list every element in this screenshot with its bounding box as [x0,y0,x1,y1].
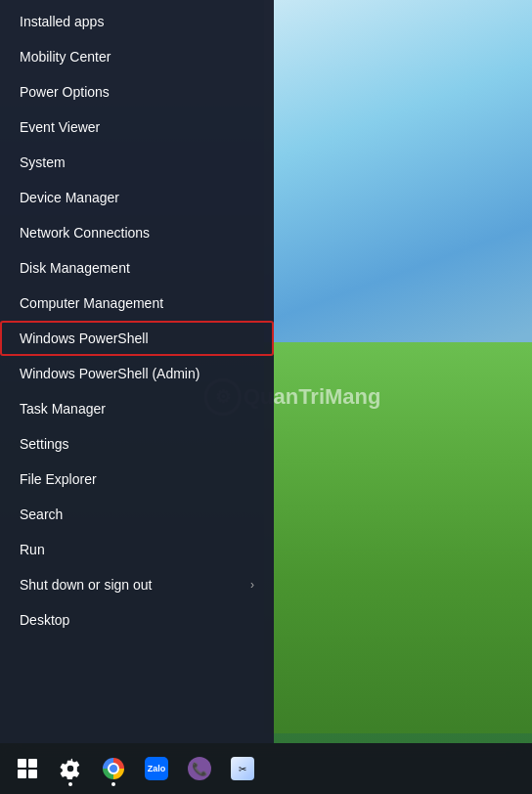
menu-item-label-installed-apps: Installed apps [20,14,104,29]
menu-item-label-system: System [20,154,66,170]
taskbar-chrome-dot [111,782,115,786]
menu-item-windows-powershell[interactable]: Windows PowerShell [0,321,274,356]
menu-item-label-power-options: Power Options [20,84,110,100]
zalo-logo-icon: Zalo [145,757,168,780]
menu-item-label-disk-management: Disk Management [20,260,130,276]
menu-item-label-windows-powershell: Windows PowerShell [20,331,149,346]
menu-item-network-connections[interactable]: Network Connections [0,215,274,250]
menu-item-run[interactable]: Run [0,532,274,567]
menu-item-device-manager[interactable]: Device Manager [0,180,274,215]
menu-item-settings[interactable]: Settings [0,426,274,462]
menu-item-label-computer-management: Computer Management [20,295,163,311]
menu-item-installed-apps[interactable]: Installed apps [0,4,274,39]
menu-item-label-shut-down: Shut down or sign out [20,577,152,593]
menu-item-label-task-manager: Task Manager [20,401,106,417]
taskbar-zalo-icon[interactable]: Zalo [137,749,176,788]
menu-item-label-device-manager: Device Manager [20,190,119,205]
windows-logo-icon [18,759,37,778]
menu-item-label-settings: Settings [20,436,69,452]
taskbar-settings-icon[interactable] [51,749,90,788]
menu-item-search[interactable]: Search [0,497,274,532]
menu-item-label-file-explorer: File Explorer [20,471,97,487]
taskbar-settings-dot [68,782,72,786]
menu-item-windows-powershell-admin[interactable]: Windows PowerShell (Admin) [0,356,274,391]
chrome-logo-icon [103,758,124,779]
menu-item-computer-management[interactable]: Computer Management [0,286,274,321]
menu-item-desktop[interactable]: Desktop [0,602,274,638]
taskbar-viber-icon[interactable]: 📞 [180,749,219,788]
gear-icon [60,758,81,779]
app-logo-icon: ✂ [231,757,254,780]
context-menu: Installed appsMobility CenterPower Optio… [0,0,274,743]
taskbar-app-icon[interactable]: ✂ [223,749,262,788]
chevron-right-icon: › [250,578,254,592]
menu-item-power-options[interactable]: Power Options [0,74,274,110]
menu-item-task-manager[interactable]: Task Manager [0,391,274,426]
menu-item-disk-management[interactable]: Disk Management [0,250,274,286]
menu-item-label-event-viewer: Event Viewer [20,119,100,135]
taskbar-start-button[interactable] [8,749,47,788]
menu-item-event-viewer[interactable]: Event Viewer [0,110,274,145]
menu-item-mobility-center[interactable]: Mobility Center [0,39,274,74]
menu-item-shut-down[interactable]: Shut down or sign out› [0,567,274,602]
menu-item-label-mobility-center: Mobility Center [20,49,111,65]
menu-item-system[interactable]: System [0,145,274,180]
menu-item-label-windows-powershell-admin: Windows PowerShell (Admin) [20,366,200,381]
taskbar: Zalo 📞 ✂ [0,743,532,794]
menu-item-label-search: Search [20,507,63,522]
menu-item-file-explorer[interactable]: File Explorer [0,462,274,497]
menu-item-label-desktop: Desktop [20,612,69,628]
viber-logo-icon: 📞 [188,757,211,780]
taskbar-chrome-icon[interactable] [94,749,133,788]
menu-item-label-run: Run [20,542,45,557]
menu-item-label-network-connections: Network Connections [20,225,150,241]
